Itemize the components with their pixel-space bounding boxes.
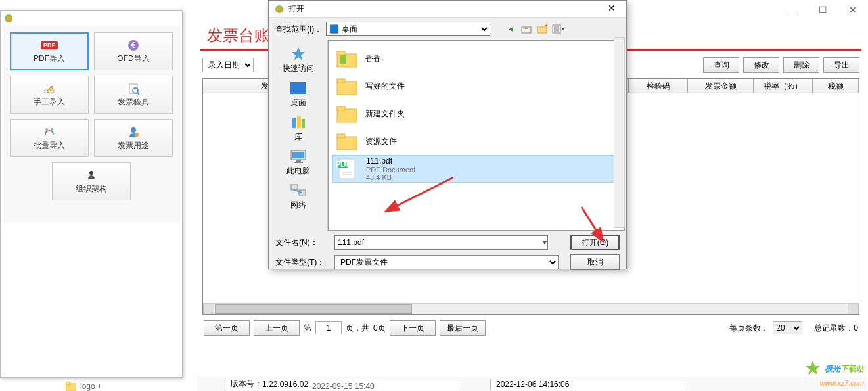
svg-line-7	[137, 93, 139, 95]
close-button[interactable]: ✕	[838, 0, 868, 20]
bottom-logo-text: logo +	[80, 382, 102, 391]
datetime-cell: 2022-12-06 14:16:06	[490, 379, 687, 390]
edit-icon	[41, 82, 57, 95]
network-icon	[289, 183, 308, 198]
svg-point-9	[51, 128, 53, 131]
date-type-select[interactable]: 录入日期	[202, 58, 254, 72]
prev-page-button[interactable]: 上一页	[254, 320, 300, 336]
pdf-import-button[interactable]: PDF PDF导入	[10, 32, 89, 70]
bottom-logo-item: logo +	[66, 382, 102, 391]
dialog-titlebar[interactable]: 打开 ✕	[269, 1, 626, 18]
modify-button[interactable]: 修改	[743, 57, 779, 73]
svg-rect-38	[337, 81, 357, 95]
dialog-app-icon	[274, 4, 285, 14]
ofd-import-button[interactable]: € OFD导入	[94, 32, 173, 70]
selected-file-name: 111.pdf	[366, 156, 415, 166]
svg-rect-36	[337, 51, 345, 55]
pagination: 第一页 上一页 第 页，共 0页 下一页 最后一页 每页条数： 20 总记录数：…	[197, 315, 865, 341]
svg-rect-40	[337, 109, 357, 122]
file-item-selected[interactable]: PDF 111.pdf PDF Document 43.4 KB	[332, 155, 620, 183]
last-page-button[interactable]: 最后一页	[440, 320, 486, 336]
svg-rect-30	[296, 160, 301, 162]
file-list[interactable]: 香香 写好的文件 新建文件夹 资源文件 PDF 111.pdf PDF Docu…	[328, 40, 625, 231]
open-button[interactable]: 打开(O)	[570, 235, 620, 250]
total-pages: 0页	[373, 323, 386, 334]
folder-icon	[335, 74, 359, 98]
total-records: 总记录数：0	[814, 323, 858, 334]
svg-rect-26	[297, 116, 301, 128]
file-item[interactable]: 写好的文件	[332, 72, 620, 100]
ofd-icon: €	[126, 39, 141, 52]
svg-rect-32	[291, 185, 298, 190]
per-page-select[interactable]: 20	[773, 321, 802, 334]
bottom-time: 2022-09-15 15:40	[312, 382, 375, 391]
col-taxrate[interactable]: 税率（%）	[754, 79, 813, 93]
new-folder-icon[interactable]: ✦	[536, 23, 548, 35]
manual-entry-button[interactable]: 手工录入	[10, 76, 89, 114]
first-page-button[interactable]: 第一页	[204, 320, 250, 336]
folder-icon	[335, 102, 359, 126]
invoice-usage-button[interactable]: 发票用途	[94, 119, 173, 157]
col-checkcode[interactable]: 检验码	[629, 79, 688, 93]
svg-point-12	[89, 171, 93, 175]
back-icon[interactable]: ◄	[505, 23, 516, 35]
maximize-button[interactable]: ☐	[808, 0, 838, 20]
verify-icon	[126, 82, 141, 95]
filetype-select[interactable]: PDF发票文件	[334, 255, 559, 269]
minimize-button[interactable]: —	[777, 0, 808, 20]
page-number-input[interactable]	[315, 321, 342, 334]
cancel-button[interactable]: 取消	[570, 254, 620, 270]
lookup-select[interactable]: 🟦 桌面	[326, 22, 490, 36]
place-desktop[interactable]: 桌面	[272, 77, 325, 111]
place-this-pc[interactable]: 此电脑	[272, 145, 325, 179]
delete-button[interactable]: 删除	[783, 57, 819, 73]
quick-access-icon	[289, 46, 308, 62]
svg-point-16	[277, 7, 281, 11]
svg-point-11	[135, 133, 139, 137]
filename-input[interactable]	[334, 235, 548, 250]
watermark-url: www.xz7.com	[820, 379, 864, 387]
file-item[interactable]: 香香	[332, 45, 620, 72]
view-menu-icon[interactable]	[552, 23, 564, 35]
svg-point-1	[7, 16, 11, 20]
place-libraries[interactable]: 库	[272, 111, 325, 145]
usage-icon	[126, 126, 141, 139]
file-item[interactable]: 资源文件	[332, 127, 620, 155]
scroll-left-button[interactable]	[203, 304, 214, 315]
lookup-row: 查找范围(I)： 🟦 桌面 ◄ ✦	[269, 18, 626, 40]
export-button[interactable]: 导出	[823, 57, 859, 73]
selected-file-type: PDF Document	[366, 166, 415, 173]
invoice-verify-button[interactable]: 发票验真	[94, 76, 173, 114]
manual-entry-label: 手工录入	[34, 97, 65, 108]
col-tax[interactable]: 税额	[813, 79, 859, 93]
dialog-close-button[interactable]: ✕	[603, 3, 621, 16]
pdf-icon: PDF	[41, 39, 57, 52]
query-button[interactable]: 查询	[703, 57, 739, 73]
up-icon[interactable]	[520, 23, 532, 35]
titlebar: — ☐ ✕	[635, 0, 868, 20]
svg-rect-31	[294, 162, 303, 163]
scroll-thumb[interactable]	[215, 304, 412, 314]
svg-rect-29	[292, 152, 304, 158]
svg-rect-25	[292, 118, 296, 128]
folder-icon	[335, 129, 359, 153]
horizontal-scrollbar[interactable]	[203, 303, 859, 314]
next-page-button[interactable]: 下一页	[390, 320, 436, 336]
version-label: 版本号：	[231, 379, 262, 390]
place-quick-access[interactable]: 快速访问	[272, 43, 325, 77]
batch-import-button[interactable]: 批量导入	[10, 119, 89, 157]
scroll-right-button[interactable]	[848, 304, 859, 315]
filetype-label: 文件类型(T)：	[275, 257, 328, 268]
batch-import-label: 批量导入	[34, 140, 65, 151]
pdf-file-icon: PDF	[336, 157, 359, 181]
vertical-scrollbar[interactable]	[614, 37, 625, 228]
places-bar: 快速访问 桌面 库 此电脑 网络	[269, 40, 328, 231]
col-amount[interactable]: 发票金额	[688, 79, 754, 93]
svg-text:PDF: PDF	[336, 160, 351, 169]
invoice-usage-label: 发票用途	[118, 140, 149, 151]
per-page-label: 每页条数：	[729, 323, 769, 334]
status-bar: 版本号： 1.22.0916.02 2022-12-06 14:16:06	[197, 377, 868, 391]
org-structure-button[interactable]: 组织架构	[52, 162, 131, 200]
place-network[interactable]: 网络	[272, 179, 325, 214]
file-item[interactable]: 新建文件夹	[332, 100, 620, 127]
